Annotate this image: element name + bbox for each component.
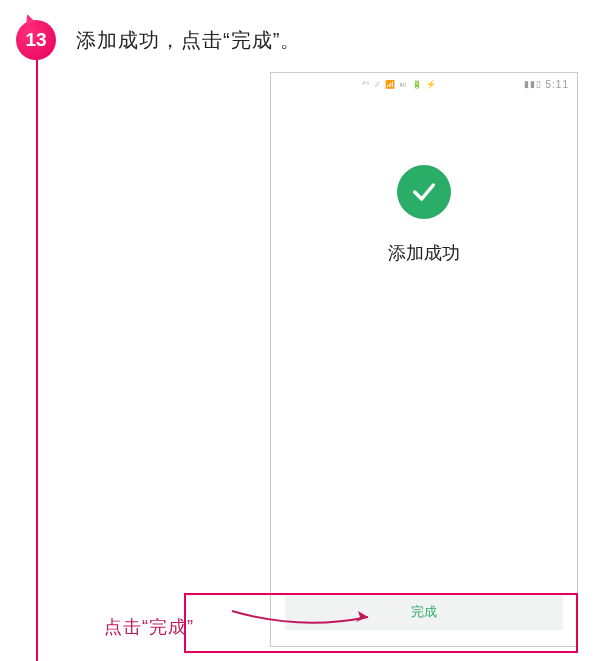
step-number: 13 xyxy=(25,29,46,51)
done-button[interactable]: 完成 xyxy=(285,594,563,630)
status-time: 5:11 xyxy=(546,79,569,90)
success-panel: 添加成功 xyxy=(271,95,577,584)
status-bar: ⁴⁶ ⫽ 📶 ⏯ 🔋 ⚡ ▮▮▯ 5:11 xyxy=(271,73,577,95)
status-icons: ⁴⁶ ⫽ 📶 ⏯ 🔋 ⚡ xyxy=(279,80,520,89)
phone-screenshot-frame: ⁴⁶ ⫽ 📶 ⏯ 🔋 ⚡ ▮▮▯ 5:11 添加成功 完成 xyxy=(270,72,578,647)
step-title: 添加成功，点击“完成”。 xyxy=(76,27,301,54)
step-number-badge: 13 xyxy=(16,20,56,60)
success-message: 添加成功 xyxy=(388,241,460,265)
vertical-guide-line xyxy=(36,60,38,661)
battery-icon: ▮▮▯ xyxy=(524,79,542,89)
success-check-icon xyxy=(397,165,451,219)
step-header: 13 添加成功，点击“完成”。 xyxy=(0,0,600,60)
bottom-button-container: 完成 xyxy=(271,584,577,646)
callout-label: 点击“完成” xyxy=(104,615,194,639)
